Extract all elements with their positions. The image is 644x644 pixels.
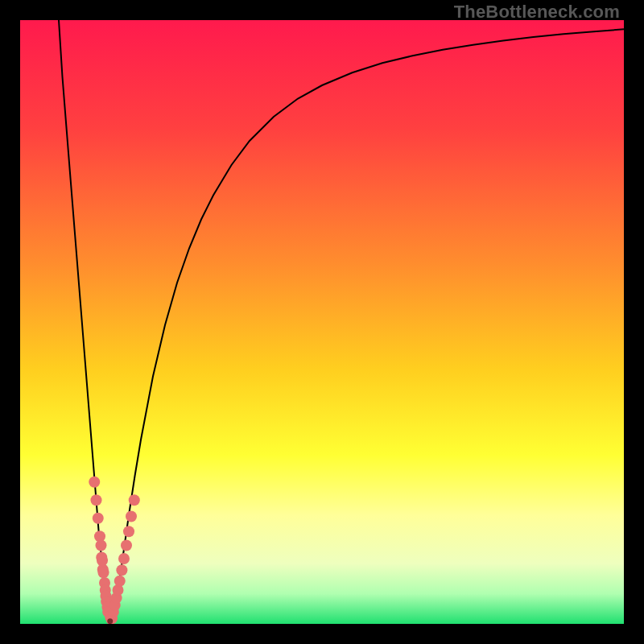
data-point bbox=[123, 526, 134, 537]
data-point bbox=[97, 555, 108, 566]
plot-area bbox=[20, 20, 624, 624]
watermark-text: TheBottleneck.com bbox=[454, 2, 620, 23]
data-point bbox=[126, 511, 137, 522]
data-point bbox=[114, 576, 126, 587]
data-point bbox=[116, 564, 127, 576]
data-point bbox=[121, 540, 132, 551]
data-point bbox=[96, 540, 107, 551]
data-point bbox=[93, 513, 104, 524]
chart-svg bbox=[20, 20, 624, 624]
data-point bbox=[118, 553, 130, 564]
data-point bbox=[89, 477, 100, 488]
data-point bbox=[107, 618, 113, 624]
data-point bbox=[91, 494, 102, 506]
gradient-background bbox=[20, 20, 624, 624]
data-point bbox=[129, 494, 140, 506]
data-point bbox=[98, 567, 109, 578]
chart-frame: TheBottleneck.com bbox=[0, 0, 644, 644]
